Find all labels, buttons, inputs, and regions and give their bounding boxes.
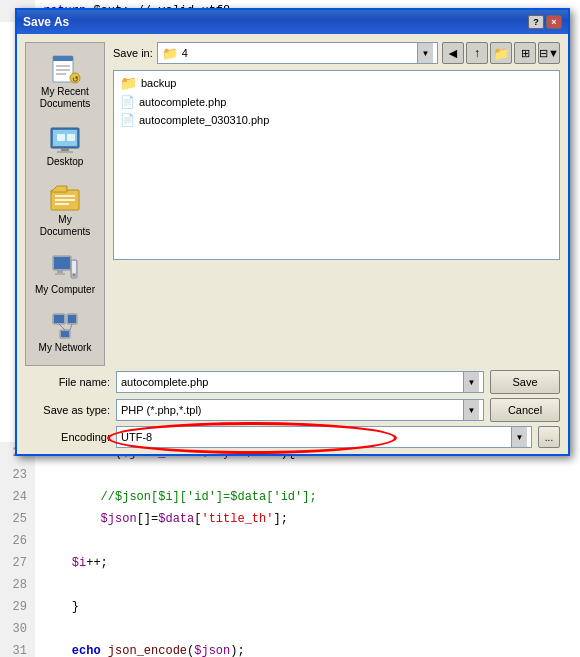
svg-line-31 bbox=[70, 324, 72, 330]
encoding-arrow[interactable]: ▼ bbox=[511, 427, 527, 447]
my-computer-icon bbox=[49, 252, 81, 284]
up-button[interactable]: ↑ bbox=[466, 42, 488, 64]
line-num-31: 31 bbox=[0, 640, 35, 657]
places-panel: ↺ My RecentDocuments Desktop bbox=[25, 42, 105, 366]
svg-rect-18 bbox=[54, 257, 70, 269]
line-code-24: //$json[$i]['id']=$data['id']; bbox=[35, 490, 317, 504]
svg-point-23 bbox=[73, 274, 76, 277]
save-in-value: 4 bbox=[182, 47, 413, 59]
desktop-label: Desktop bbox=[47, 156, 84, 168]
filename-row: File name: autocomplete.php ▼ Save bbox=[25, 370, 560, 394]
svg-rect-14 bbox=[55, 195, 75, 197]
recent-documents-label: My RecentDocuments bbox=[40, 86, 91, 110]
svg-line-30 bbox=[59, 324, 65, 330]
save-as-type-row: Save as type: PHP (*.php,*.tpl) ▼ Cancel bbox=[25, 398, 560, 422]
save-in-combo[interactable]: 📁 4 ▼ bbox=[157, 42, 438, 64]
file-name-autocomplete-old: autocomplete_030310.php bbox=[139, 114, 269, 126]
line-code-29: } bbox=[35, 600, 79, 614]
encoding-combo[interactable]: UTF-8 ▼ bbox=[116, 426, 532, 448]
encoding-row: Encoding: UTF-8 ▼ ... bbox=[25, 426, 560, 448]
file-icon-autocomplete-old: 📄 bbox=[120, 113, 135, 127]
close-button[interactable]: × bbox=[546, 15, 562, 29]
line-num-30: 30 bbox=[0, 618, 35, 640]
folder-icon-backup: 📁 bbox=[120, 75, 137, 91]
svg-rect-11 bbox=[57, 134, 65, 141]
svg-rect-19 bbox=[57, 270, 63, 273]
place-my-documents[interactable]: My Documents bbox=[29, 177, 101, 243]
my-network-icon bbox=[49, 310, 81, 342]
place-my-computer[interactable]: My Computer bbox=[29, 247, 101, 301]
line-code-25: $json[]=$data['title_th']; bbox=[35, 512, 288, 526]
svg-rect-9 bbox=[61, 148, 69, 151]
save-as-type-combo[interactable]: PHP (*.php,*.tpl) ▼ bbox=[116, 399, 484, 421]
save-in-arrow[interactable]: ▼ bbox=[417, 43, 433, 63]
svg-rect-27 bbox=[68, 315, 76, 323]
line-num-28: 28 bbox=[0, 574, 35, 596]
toolbar-buttons: ◄ ↑ 📁 ⊞ ⊟▼ bbox=[442, 42, 560, 64]
my-network-label: My Network bbox=[39, 342, 92, 354]
my-documents-icon bbox=[49, 182, 81, 214]
save-in-label: Save in: bbox=[113, 47, 153, 59]
filename-value: autocomplete.php bbox=[121, 376, 463, 388]
svg-rect-16 bbox=[55, 203, 69, 205]
svg-rect-29 bbox=[61, 331, 69, 337]
file-item-autocomplete[interactable]: 📄 autocomplete.php bbox=[116, 93, 557, 111]
save-as-type-arrow[interactable]: ▼ bbox=[463, 400, 479, 420]
file-icon-autocomplete: 📄 bbox=[120, 95, 135, 109]
save-as-type-value: PHP (*.php,*.tpl) bbox=[121, 404, 463, 416]
line-num-23: 23 bbox=[0, 464, 35, 486]
svg-rect-1 bbox=[53, 56, 73, 61]
file-item-autocomplete-old[interactable]: 📄 autocomplete_030310.php bbox=[116, 111, 557, 129]
line-num-29: 29 bbox=[0, 596, 35, 618]
file-list[interactable]: 📁 backup 📄 autocomplete.php 📄 autocomple… bbox=[113, 70, 560, 260]
line-code-31: echo json_encode($json); bbox=[35, 644, 245, 657]
back-button[interactable]: ◄ bbox=[442, 42, 464, 64]
svg-text:↺: ↺ bbox=[72, 75, 79, 84]
place-desktop[interactable]: Desktop bbox=[29, 119, 101, 173]
line-num-25: 25 bbox=[0, 508, 35, 530]
line-num-24: 24 bbox=[0, 486, 35, 508]
new-folder-button[interactable]: ⊞ bbox=[514, 42, 536, 64]
recent-documents-icon: ↺ bbox=[49, 54, 81, 86]
save-as-type-label: Save as type: bbox=[25, 404, 110, 416]
line-num-27: 27 bbox=[0, 552, 35, 574]
save-button[interactable]: Save bbox=[490, 370, 560, 394]
line-num-26: 26 bbox=[0, 530, 35, 552]
my-computer-label: My Computer bbox=[35, 284, 95, 296]
encoding-value: UTF-8 bbox=[121, 431, 511, 443]
cancel-button[interactable]: Cancel bbox=[490, 398, 560, 422]
filename-combo[interactable]: autocomplete.php ▼ bbox=[116, 371, 484, 393]
ellipsis-button[interactable]: ... bbox=[538, 426, 560, 448]
file-name-backup: backup bbox=[141, 77, 176, 89]
help-button[interactable]: ? bbox=[528, 15, 544, 29]
dialog-titlebar: Save As ? × bbox=[17, 10, 568, 34]
encoding-label: Encoding: bbox=[25, 431, 110, 443]
svg-rect-25 bbox=[54, 315, 64, 323]
save-as-dialog: Save As ? × ↺ bbox=[15, 8, 570, 456]
desktop-icon bbox=[49, 124, 81, 156]
titlebar-buttons: ? × bbox=[528, 15, 562, 29]
my-documents-label: My Documents bbox=[32, 214, 98, 238]
svg-rect-22 bbox=[72, 261, 76, 273]
svg-rect-15 bbox=[55, 199, 75, 201]
line-code-27: $i++; bbox=[35, 556, 108, 570]
filename-label: File name: bbox=[25, 376, 110, 388]
place-my-network[interactable]: My Network bbox=[29, 305, 101, 359]
file-name-autocomplete: autocomplete.php bbox=[139, 96, 226, 108]
svg-rect-10 bbox=[57, 151, 73, 153]
svg-rect-12 bbox=[67, 134, 75, 141]
views-button[interactable]: ⊟▼ bbox=[538, 42, 560, 64]
file-item-backup[interactable]: 📁 backup bbox=[116, 73, 557, 93]
place-recent-documents[interactable]: ↺ My RecentDocuments bbox=[29, 49, 101, 115]
svg-rect-20 bbox=[55, 273, 65, 275]
filename-arrow[interactable]: ▼ bbox=[463, 372, 479, 392]
dialog-title: Save As bbox=[23, 15, 69, 29]
folder-button[interactable]: 📁 bbox=[490, 42, 512, 64]
